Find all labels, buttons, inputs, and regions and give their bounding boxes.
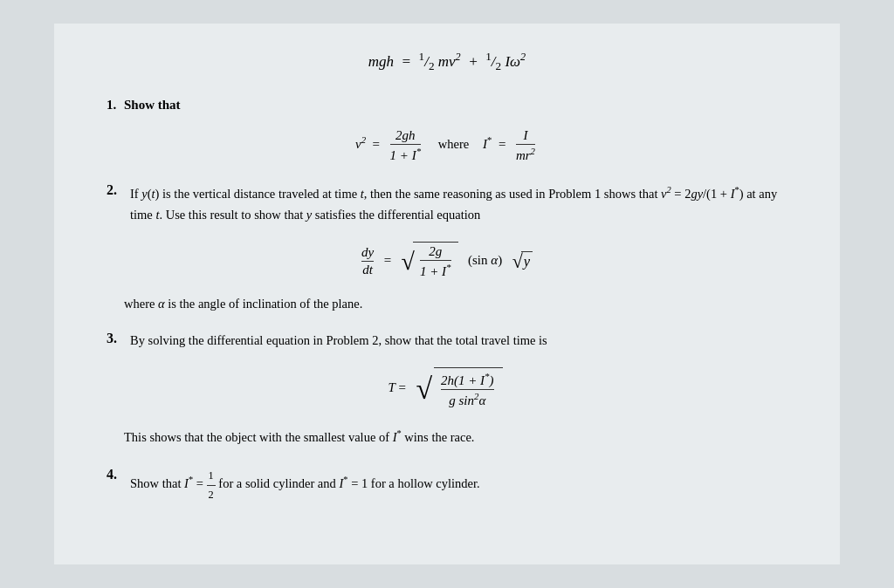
problem-2-text: If y(t) is the vertical distance travele… bbox=[130, 182, 787, 226]
problem-1: 1. Show that v2 = 2gh 1 + I* where I* = … bbox=[107, 98, 787, 163]
top-equation: mgh = 1/2 mv2 + 1/2 Iω2 bbox=[107, 50, 787, 73]
problem-3: 3. By solving the differential equation … bbox=[107, 331, 787, 448]
page: mgh = 1/2 mv2 + 1/2 Iω2 1. Show that v2 … bbox=[54, 24, 840, 564]
problem-4-header: 4. Show that I* = 12 for a solid cylinde… bbox=[107, 467, 787, 503]
where-label: where bbox=[438, 137, 469, 151]
problem-2-where: where α is the angle of inclination of t… bbox=[124, 297, 787, 311]
problem-2-header: 2. If y(t) is the vertical distance trav… bbox=[107, 182, 787, 226]
problem-2-diff-eq: dy dt = √ 2g 1 + I* (sin α) √ y bbox=[107, 242, 787, 281]
problem-3-equation: T = √ 2h(1 + I*) g sin2α bbox=[107, 367, 787, 410]
problem-3-header: 3. By solving the differential equation … bbox=[107, 331, 787, 352]
problem-1-header: 1. Show that bbox=[107, 98, 787, 113]
problem-3-conclusion: This shows that the object with the smal… bbox=[124, 426, 787, 448]
problem-1-equation: v2 = 2gh 1 + I* where I* = I mr2 bbox=[107, 128, 787, 163]
problem-2: 2. If y(t) is the vertical distance trav… bbox=[107, 182, 787, 311]
problem-4: 4. Show that I* = 12 for a solid cylinde… bbox=[107, 467, 787, 503]
problem-3-text: By solving the differential equation in … bbox=[130, 331, 547, 352]
problem-4-text: Show that I* = 12 for a solid cylinder a… bbox=[130, 467, 480, 503]
